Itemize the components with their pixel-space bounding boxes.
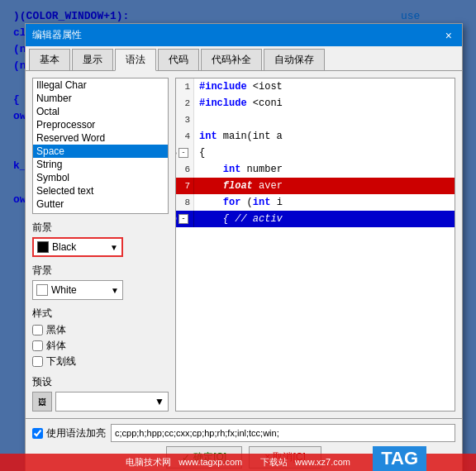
code-line-5: 5- { xyxy=(176,145,455,161)
code-line-4: 4 int main(int a xyxy=(176,128,455,145)
style-italic-label: 斜体 xyxy=(46,339,66,353)
line-num-7: 7 xyxy=(176,178,194,194)
line-num-2: 2 xyxy=(176,95,194,112)
bg-code-text: )(COLOR_WINDOW+1): xyxy=(13,10,129,22)
background-dropdown[interactable]: White ▼ xyxy=(32,280,123,300)
watermark-url2: www.xz7.com xyxy=(295,457,350,467)
preset-row: 🖼 ▼ xyxy=(32,392,169,412)
tab-autosave[interactable]: 自动保存 xyxy=(264,49,325,70)
code-line-1: 1 #include <iost xyxy=(176,78,455,95)
line-num-4: 4 xyxy=(176,128,194,145)
line-num-1: 1 xyxy=(176,78,194,95)
code-line-2: 2 #include <coni xyxy=(176,95,455,112)
background-color-swatch xyxy=(36,284,48,296)
syntax-highlight-checkbox[interactable] xyxy=(32,428,43,439)
line-content-6: int number xyxy=(194,161,455,178)
preset-section: 预设 🖼 ▼ xyxy=(32,375,169,412)
background-label: 背景 xyxy=(32,264,169,278)
listbox-item-breakpoints[interactable]: Breakpoints xyxy=(33,211,168,214)
style-bold-row: 黑体 xyxy=(32,323,169,337)
code-line-6: 6 int number xyxy=(176,161,455,178)
left-panel: Illegal Char Number Octal Preprocessor R… xyxy=(32,78,169,412)
style-bold-checkbox[interactable] xyxy=(32,325,43,335)
listbox-item-illegal-char[interactable]: Illegal Char xyxy=(33,78,168,92)
watermark-url1: www.tagxp.com xyxy=(178,457,242,467)
line-content-3 xyxy=(194,112,455,128)
line-num-8: 8 xyxy=(176,194,194,211)
preset-dropdown[interactable]: ▼ xyxy=(55,392,169,412)
fold-icon-9: - xyxy=(178,214,188,224)
preset-dropdown-arrow: ▼ xyxy=(155,396,164,407)
foreground-dropdown[interactable]: Black ▼ xyxy=(32,237,123,257)
syntax-highlight-text: 使用语法加亮 xyxy=(46,426,106,440)
style-italic-row: 斜体 xyxy=(32,339,169,353)
tab-syntax[interactable]: 语法 xyxy=(115,49,156,71)
listbox-item-selected-text[interactable]: Selected text xyxy=(33,184,168,197)
line-content-9: { // activ xyxy=(194,211,455,227)
code-line-3: 3 xyxy=(176,112,455,128)
tab-bar: 基本 显示 语法 代码 代码补全 自动保存 xyxy=(26,46,462,71)
line-content-4: int main(int a xyxy=(194,128,455,145)
line-num-9: 9- xyxy=(176,211,194,227)
code-line-9: 9- { // activ xyxy=(176,211,455,227)
watermark-tag: TAG xyxy=(373,446,426,471)
line-num-6: 6 xyxy=(176,161,194,178)
preset-label: 预设 xyxy=(32,375,169,389)
listbox-item-octal[interactable]: Octal xyxy=(33,105,168,118)
code-line-7: 7 float aver xyxy=(176,178,455,194)
code-line-8: 8 for ( int i xyxy=(176,194,455,211)
foreground-label: 前景 xyxy=(32,221,169,235)
bottom-row1: 使用语法加亮 c;cpp;h;hpp;cc;cxx;cp;hp;rh;fx;in… xyxy=(32,424,455,442)
tab-basic[interactable]: 基本 xyxy=(29,49,70,70)
line-content-7: float aver xyxy=(194,178,455,194)
line-content-2: #include <coni xyxy=(194,95,455,112)
editor-properties-dialog: 编辑器属性 × 基本 显示 语法 代码 代码补全 自动保存 Illegal Ch… xyxy=(25,23,463,471)
listbox-item-reserved-word[interactable]: Reserved Word xyxy=(33,131,168,145)
code-preview-panel: 1 #include <iost 2 #include <coni xyxy=(175,78,455,412)
syntax-highlight-label[interactable]: 使用语法加亮 xyxy=(32,426,106,440)
dialog-body: Illegal Char Number Octal Preprocessor R… xyxy=(26,71,462,418)
listbox-item-string[interactable]: String xyxy=(33,158,168,171)
watermark-site1: 电脑技术网 xyxy=(126,457,171,467)
dialog-titlebar: 编辑器属性 × xyxy=(26,24,462,46)
background-dropdown-arrow: ▼ xyxy=(111,286,119,295)
style-italic-checkbox[interactable] xyxy=(32,340,43,351)
style-label: 样式 xyxy=(32,307,169,321)
watermark-site2: 下载站 xyxy=(260,457,288,467)
line-content-5: { xyxy=(194,145,455,161)
foreground-dropdown-row: Black ▼ xyxy=(32,237,169,257)
style-underline-checkbox[interactable] xyxy=(32,356,43,367)
foreground-dropdown-arrow: ▼ xyxy=(110,243,118,252)
dialog-title: 编辑器属性 xyxy=(32,28,82,42)
preset-icon: 🖼 xyxy=(32,392,52,412)
line-num-3: 3 xyxy=(176,112,194,128)
style-underline-row: 下划线 xyxy=(32,354,169,369)
foreground-color-label: Black xyxy=(52,241,76,253)
listbox-item-preprocessor[interactable]: Preprocessor xyxy=(33,118,168,131)
tab-code-complete[interactable]: 代码补全 xyxy=(201,49,262,70)
listbox-item-gutter[interactable]: Gutter xyxy=(33,197,168,211)
background-dropdown-row: White ▼ xyxy=(32,280,169,300)
extensions-input[interactable]: c;cpp;h;hpp;cc;cxx;cp;hp;rh;fx;inl;tcc;w… xyxy=(111,424,455,442)
line-content-8: for ( int i xyxy=(194,194,455,211)
background-color-label: White xyxy=(51,284,77,296)
horizontal-scrollbar[interactable] xyxy=(176,411,455,412)
tab-display[interactable]: 显示 xyxy=(72,49,113,70)
style-section: 样式 黑体 斜体 下划线 xyxy=(32,307,169,369)
fold-icon-5: - xyxy=(178,148,188,158)
listbox-item-number[interactable]: Number xyxy=(33,92,168,105)
code-area: 1 #include <iost 2 #include <coni xyxy=(176,78,455,411)
line-content-1: #include <iost xyxy=(194,78,455,95)
listbox-item-symbol[interactable]: Symbol xyxy=(33,171,168,184)
listbox-item-space[interactable]: Space xyxy=(33,145,168,158)
syntax-type-listbox[interactable]: Illegal Char Number Octal Preprocessor R… xyxy=(32,78,169,214)
foreground-color-swatch xyxy=(37,241,49,253)
style-bold-label: 黑体 xyxy=(46,323,66,337)
dialog-close-button[interactable]: × xyxy=(442,29,455,42)
line-num-5: 5- xyxy=(176,145,194,161)
style-underline-label: 下划线 xyxy=(46,354,76,369)
tab-code[interactable]: 代码 xyxy=(158,49,199,70)
